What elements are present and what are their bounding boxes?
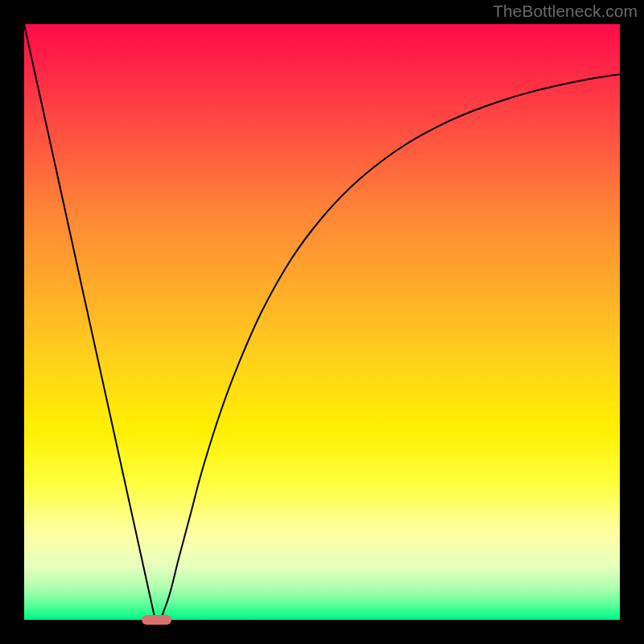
plot-area — [24, 24, 620, 620]
chart-frame: TheBottleneck.com — [0, 0, 644, 644]
optimal-marker — [142, 615, 171, 625]
watermark-text: TheBottleneck.com — [493, 2, 638, 21]
curve-svg — [24, 24, 620, 620]
bottleneck-curve — [24, 24, 620, 620]
